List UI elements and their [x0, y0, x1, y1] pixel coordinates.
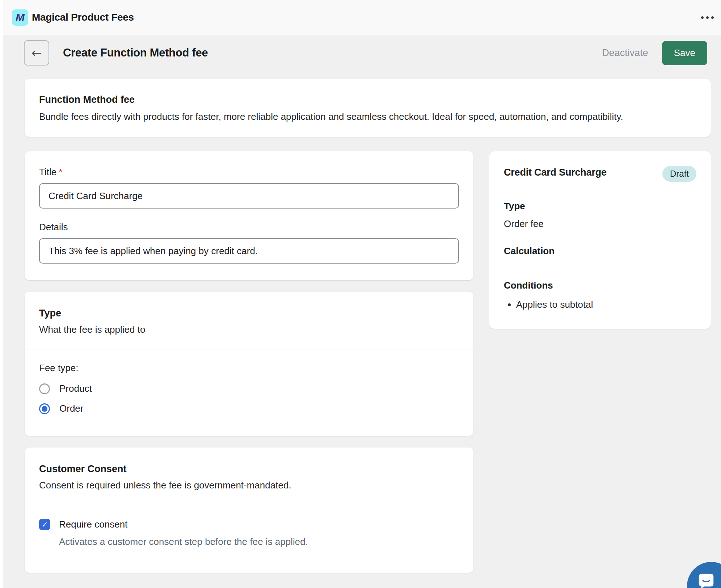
fee-summary-card: Credit Card Surcharge Draft Type Order f…	[489, 151, 711, 329]
radio-option-order[interactable]: Order	[39, 403, 459, 414]
radio-option-label: Order	[59, 403, 83, 414]
title-input[interactable]	[39, 183, 459, 209]
type-card-subheading: What the fee is applied to	[39, 324, 459, 335]
checkbox-help-text: Activates a customer consent step before…	[59, 536, 459, 547]
type-card: Type What the fee is applied to Fee type…	[25, 292, 473, 436]
type-card-header: Type What the fee is applied to	[25, 292, 473, 349]
left-column: Title* Details Type What the fee is appl…	[25, 151, 473, 573]
app-logo-icon: M	[12, 9, 28, 26]
title-label-text: Title	[39, 167, 56, 177]
two-column-layout: Title* Details Type What the fee is appl…	[25, 151, 711, 573]
consent-card-header: Customer Consent Consent is required unl…	[25, 448, 473, 505]
summary-type-value: Order fee	[504, 218, 696, 230]
consent-card-heading: Customer Consent	[39, 463, 459, 475]
page-header: ← Create Function Method fee Deactivate …	[0, 35, 721, 66]
title-label: Title*	[39, 167, 459, 177]
intro-card: Function Method fee Bundle fees directly…	[25, 79, 711, 137]
topbar: M Magical Product Fees	[0, 0, 721, 35]
details-field-group: Details	[39, 222, 459, 264]
summary-conditions-list: Applies to subtotal	[507, 298, 696, 311]
ellipsis-dot	[701, 16, 704, 19]
title-field-group: Title*	[39, 167, 459, 209]
title-details-card: Title* Details	[25, 151, 473, 280]
checkbox-checked-icon: ✓	[39, 519, 50, 530]
status-badge: Draft	[662, 166, 696, 182]
intro-card-description: Bundle fees directly with products for f…	[39, 111, 696, 122]
details-label: Details	[39, 222, 459, 232]
arrow-left-icon: ←	[31, 46, 42, 60]
ellipsis-dot	[711, 16, 714, 19]
page-title: Create Function Method fee	[63, 46, 208, 59]
deactivate-button[interactable]: Deactivate	[602, 47, 648, 59]
save-button[interactable]: Save	[662, 41, 707, 65]
summary-calculation-heading: Calculation	[504, 245, 696, 257]
require-consent-checkbox[interactable]: ✓ Require consent	[39, 519, 459, 530]
header-actions: Deactivate Save	[602, 41, 707, 65]
consent-card-subheading: Consent is required unless the fee is go…	[39, 479, 459, 491]
right-column: Credit Card Surcharge Draft Type Order f…	[489, 151, 711, 329]
radio-selected-icon	[39, 403, 50, 414]
fee-type-group-label: Fee type:	[39, 362, 459, 374]
type-card-body: Fee type: Product Order	[25, 349, 473, 436]
customer-consent-card: Customer Consent Consent is required unl…	[25, 448, 473, 573]
window-edge-strip	[0, 0, 3, 588]
ellipsis-dot	[706, 16, 709, 19]
radio-unselected-icon	[39, 383, 50, 394]
intro-card-heading: Function Method fee	[39, 93, 696, 106]
summary-type-heading: Type	[504, 201, 696, 212]
radio-option-product[interactable]: Product	[39, 383, 459, 394]
type-card-heading: Type	[39, 307, 459, 319]
chat-bubble-icon	[696, 571, 716, 588]
summary-header: Credit Card Surcharge Draft	[504, 166, 696, 182]
ellipsis-icon[interactable]	[696, 11, 714, 24]
condition-item: Applies to subtotal	[516, 298, 696, 311]
checkbox-label: Require consent	[59, 519, 127, 530]
radio-option-label: Product	[59, 383, 92, 394]
details-input[interactable]	[39, 238, 459, 264]
consent-card-body: ✓ Require consent Activates a customer c…	[25, 505, 473, 573]
page-content: Function Method fee Bundle fees directly…	[25, 79, 711, 573]
required-asterisk: *	[59, 167, 62, 177]
summary-conditions-heading: Conditions	[504, 280, 696, 291]
app-name: Magical Product Fees	[32, 12, 134, 23]
summary-title: Credit Card Surcharge	[504, 166, 607, 179]
checkmark-icon: ✓	[42, 520, 48, 529]
back-button[interactable]: ←	[24, 40, 49, 66]
